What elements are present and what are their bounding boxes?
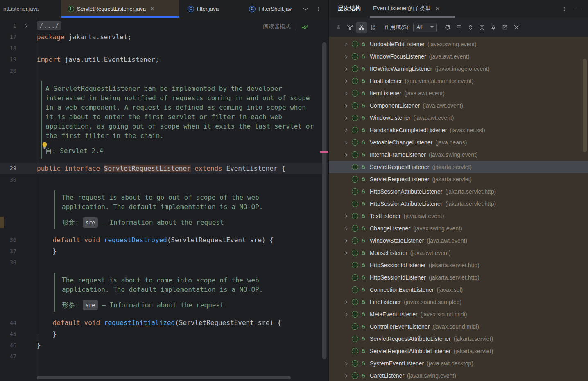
hide-panel-button[interactable] [574, 0, 581, 18]
hierarchy-row[interactable]: I HostListener (sun.jvmstat.monitor.even… [329, 75, 588, 87]
line-number[interactable]: 1 [0, 23, 16, 29]
line-number[interactable]: 44 [0, 320, 16, 326]
hierarchy-row[interactable]: I ServletRequestListener (jakarta.servle… [329, 173, 588, 185]
chevron-right-icon[interactable] [344, 42, 349, 47]
hierarchy-row[interactable]: I ChangeListener (javax.swing.event) [329, 222, 588, 234]
tab-ntlistener[interactable]: ntListener.java [0, 0, 61, 18]
line-number[interactable]: 30 [0, 176, 16, 183]
hierarchy-row[interactable]: I TextListener (java.awt.event) [329, 210, 588, 222]
hierarchy-row[interactable]: I ServletRequestAttributeListener (jakar… [329, 345, 588, 357]
move-to-top-button[interactable] [453, 22, 465, 33]
hierarchy-row[interactable]: I ComponentListener (java.awt.event) [329, 99, 588, 112]
chevron-right-icon[interactable] [344, 91, 349, 96]
hierarchy-row[interactable]: I MouseListener (java.awt.event) [329, 247, 588, 259]
hierarchy-row[interactable]: I ItemListener (java.awt.event) [329, 87, 588, 99]
hierarchy-row[interactable]: I HttpSessionAttributeListener (jakarta.… [329, 198, 588, 210]
hierarchy-row[interactable]: I WindowListener (java.awt.event) [329, 112, 588, 124]
line-number[interactable]: 29 [0, 165, 16, 171]
tab-options-menu[interactable] [315, 0, 322, 18]
tab-list-chevron[interactable] [301, 0, 310, 18]
hierarchy-row[interactable]: I ConnectionEventListener (javax.sql) [329, 284, 588, 296]
hierarchy-row[interactable]: I LineListener (javax.sound.sampled) [329, 296, 588, 308]
code-line[interactable]: 46 } [0, 340, 328, 351]
code-area[interactable]: 1 /.../ 17 package jakarta.servlet; 18 1… [0, 20, 328, 362]
hierarchy-row[interactable]: I ControllerEventListener (javax.sound.m… [329, 320, 588, 333]
hierarchy-row[interactable]: I InternalFrameListener (javax.swing.eve… [329, 149, 588, 161]
hierarchy-row[interactable]: I UndoableEditListener (javax.swing.even… [329, 38, 588, 50]
code-line[interactable]: 37 } [0, 246, 328, 257]
chevron-right-icon[interactable] [344, 238, 349, 243]
hierarchy-row[interactable]: I HttpSessionIdListener (jakarta.servlet… [329, 259, 588, 271]
line-number[interactable]: 17 [0, 34, 16, 40]
hierarchy-row[interactable]: I HandshakeCompletedListener (javax.net.… [329, 124, 588, 136]
hierarchy-row[interactable]: I ServletRequestAttributeListener (jakar… [329, 333, 588, 345]
code-line[interactable]: 30 [0, 174, 328, 185]
close-panel-button[interactable] [511, 22, 522, 33]
collapse-all-button[interactable] [476, 22, 488, 33]
tab-filtershell[interactable]: C FilterShell.jav [242, 0, 299, 18]
line-number[interactable]: 47 [0, 353, 16, 360]
code-line[interactable]: 47 [0, 351, 328, 363]
code-line[interactable]: 38 [0, 257, 328, 268]
chevron-right-icon[interactable] [344, 103, 349, 108]
hierarchy-row[interactable]: I WindowFocusListener (java.awt.event) [329, 50, 588, 63]
hierarchy-row[interactable]: I SystemEventListener (java.awt.desktop) [329, 357, 588, 370]
chevron-right-icon[interactable] [344, 226, 349, 231]
class-hierarchy-button[interactable] [333, 22, 344, 33]
chevron-right-icon[interactable] [344, 128, 349, 133]
line-number[interactable]: 18 [0, 45, 16, 52]
sort-alphabetically-button[interactable]: az [367, 22, 379, 33]
hierarchy-row[interactable]: I WindowStateListener (java.awt.event) [329, 234, 588, 247]
code-line[interactable]: 44 default void requestInitialized(Servl… [0, 317, 328, 329]
hierarchy-row[interactable]: I CaretListener (javax.swing.event) [329, 370, 588, 381]
code-line[interactable]: 36 default void requestDestroyed(Servlet… [0, 234, 328, 246]
panel-options-menu[interactable] [561, 0, 568, 18]
chevron-right-icon[interactable] [344, 54, 349, 59]
hierarchy-row[interactable]: I HttpSessionIdListener (jakarta.servlet… [329, 271, 588, 284]
chevron-right-icon[interactable] [344, 214, 349, 219]
supertypes-hierarchy-button[interactable] [344, 22, 356, 33]
line-number[interactable]: 19 [0, 56, 16, 63]
fold-expand-icon[interactable] [16, 23, 36, 29]
tab-servletrequestlistener[interactable]: I ServletRequestListener.java ✕ [61, 0, 179, 18]
code-line[interactable]: 19 import java.util.EventListener; [0, 54, 328, 65]
code-line[interactable]: 17 package jakarta.servlet; [0, 32, 328, 43]
scope-dropdown[interactable]: All [413, 23, 437, 32]
tab-filter[interactable]: C filter.java [179, 0, 242, 18]
code-line[interactable]: 45 } [0, 329, 328, 340]
code-line[interactable]: 18 [0, 43, 328, 54]
reader-mode-label[interactable]: 阅读器模式 [263, 23, 291, 30]
line-number[interactable]: 36 [0, 237, 16, 243]
inspections-ok-check-icon[interactable] [301, 23, 308, 30]
chevron-right-icon[interactable] [344, 79, 349, 84]
hierarchy-row[interactable]: I VetoableChangeListener (java.beans) [329, 136, 588, 149]
lightbulb-intention-icon[interactable] [41, 142, 48, 150]
chevron-right-icon[interactable] [344, 66, 349, 72]
folded-comment[interactable]: /.../ [37, 21, 61, 30]
scrollbar-thumb[interactable] [322, 42, 326, 359]
vertical-scrollbar[interactable] [322, 42, 327, 359]
chevron-right-icon[interactable] [344, 152, 349, 158]
chevron-right-icon[interactable] [344, 140, 349, 145]
close-icon[interactable]: ✕ [436, 6, 440, 12]
chevron-right-icon[interactable] [344, 361, 349, 366]
chevron-right-icon[interactable] [344, 115, 349, 121]
chevron-right-icon[interactable] [344, 300, 349, 305]
line-number[interactable]: 20 [0, 68, 16, 74]
expand-all-button[interactable] [465, 22, 476, 33]
hierarchy-row[interactable]: I MetaEventListener (javax.sound.midi) [329, 308, 588, 320]
hierarchy-row[interactable]: I IIOWriteWarningListener (javax.imageio… [329, 63, 588, 75]
hierarchy-tab[interactable]: EventListener的子类型 ✕ [373, 5, 440, 12]
chevron-right-icon[interactable] [344, 312, 349, 317]
hierarchy-row[interactable]: I HttpSessionAttributeListener (jakarta.… [329, 185, 588, 198]
line-number[interactable]: 46 [0, 342, 16, 349]
subtypes-hierarchy-button[interactable] [356, 22, 367, 33]
code-line[interactable]: 20 [0, 65, 328, 77]
pin-tab-button[interactable] [488, 22, 499, 33]
code-editor[interactable]: 1 /.../ 17 package jakarta.servlet; 18 1… [0, 18, 328, 381]
refresh-button[interactable] [442, 22, 453, 33]
chevron-right-icon[interactable] [344, 373, 349, 379]
chevron-right-icon[interactable] [344, 250, 349, 256]
line-number[interactable]: 38 [0, 259, 16, 266]
horizontal-scrollbar[interactable] [37, 376, 291, 379]
